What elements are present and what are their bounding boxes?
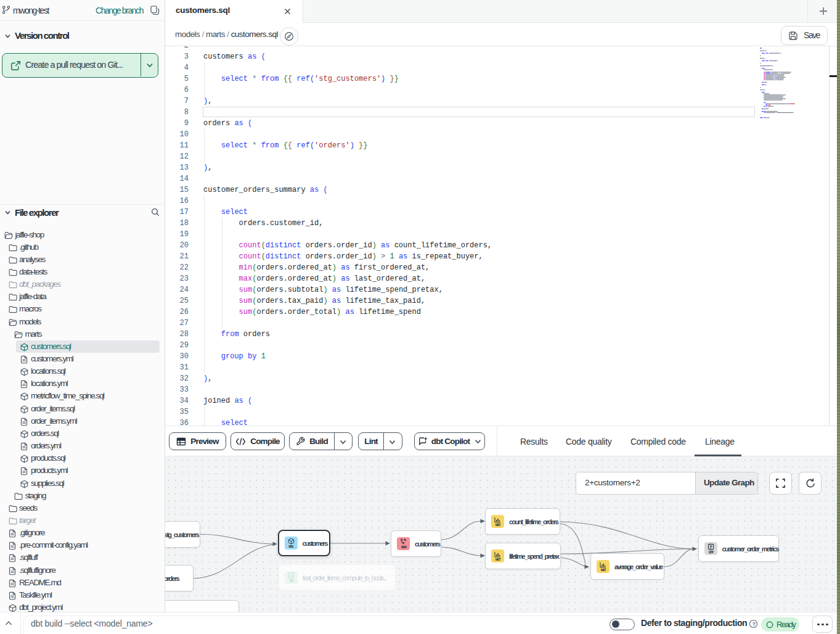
svg-text:?: ? <box>752 621 755 627</box>
